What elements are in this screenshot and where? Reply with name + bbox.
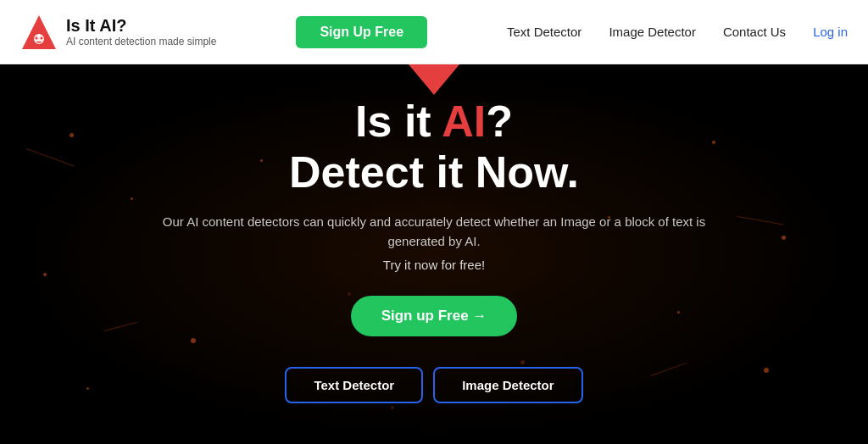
- hero-title-line2: Detect it Now.: [289, 147, 579, 198]
- hero-description: Our AI content detectors can quickly and…: [146, 213, 722, 251]
- navbar-center: Sign Up Free: [216, 16, 507, 48]
- image-detector-button[interactable]: Image Detector: [433, 367, 582, 403]
- nav-link-contact-us[interactable]: Contact Us: [723, 25, 786, 39]
- particle: [391, 406, 394, 409]
- hero-title-ai: AI: [442, 97, 486, 146]
- particle: [70, 133, 74, 137]
- particle: [782, 236, 786, 240]
- logo-text-block: Is It AI? AI content detection made simp…: [66, 16, 216, 47]
- signup-button-nav[interactable]: Sign Up Free: [296, 16, 427, 48]
- logo-area: Is It AI? AI content detection made simp…: [20, 14, 216, 51]
- nav-link-image-detector[interactable]: Image Detector: [609, 25, 696, 39]
- top-arrow-indicator: [409, 64, 459, 95]
- hero-section: Is it AI? Detect it Now. Our AI content …: [0, 64, 868, 444]
- nav-login-link[interactable]: Log in: [813, 25, 848, 39]
- logo-icon: [20, 14, 58, 51]
- logo-subtitle: AI content detection made simple: [66, 36, 216, 47]
- hero-detector-buttons: Text Detector Image Detector: [285, 367, 582, 403]
- hero-title-prefix: Is it: [355, 97, 442, 146]
- svg-point-3: [41, 36, 43, 39]
- svg-rect-4: [36, 42, 42, 43]
- logo-title: Is It AI?: [66, 16, 216, 36]
- hero-try-text: Try it now for free!: [383, 258, 485, 272]
- signup-button-hero[interactable]: Sign up Free →: [351, 296, 518, 336]
- navbar: Is It AI? AI content detection made simp…: [0, 0, 868, 64]
- navbar-right: Text Detector Image Detector Contact Us …: [507, 25, 848, 39]
- hero-title-line1: Is it AI?: [355, 97, 513, 147]
- nav-link-text-detector[interactable]: Text Detector: [507, 25, 581, 39]
- svg-rect-5: [38, 34, 40, 36]
- hero-title-suffix: ?: [486, 97, 513, 146]
- hero-content: Is it AI? Detect it Now. Our AI content …: [146, 97, 722, 404]
- text-detector-button[interactable]: Text Detector: [285, 367, 423, 403]
- svg-point-2: [36, 36, 38, 39]
- particle: [131, 197, 133, 200]
